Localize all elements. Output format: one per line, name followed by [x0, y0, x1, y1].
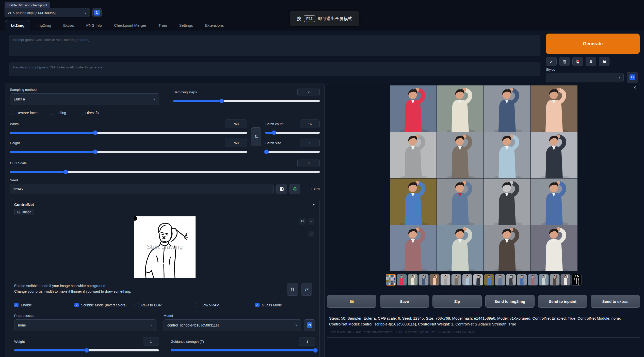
apply-style-button[interactable]	[586, 57, 596, 66]
gallery-thumbnail[interactable]	[462, 274, 472, 286]
guess-mode-checkbox[interactable]: ✓Guess Mode	[255, 303, 315, 307]
enable-checkbox[interactable]: ✓Enable	[14, 303, 74, 307]
model-dropdown[interactable]: control_scribble-fp16 [c508311e] ∨	[164, 319, 301, 331]
gallery-thumbnail[interactable]	[528, 274, 538, 286]
weight-value[interactable]: 1	[143, 337, 159, 346]
gallery-thumbnail[interactable]	[451, 274, 461, 286]
gallery-thumbnail[interactable]	[440, 274, 450, 286]
random-seed-button[interactable]	[276, 184, 287, 194]
send-to-inpaint-button[interactable]: Send to inpaint	[538, 295, 587, 308]
gallery-thumbnail[interactable]	[506, 274, 516, 286]
tab-extras[interactable]: Extras	[57, 20, 80, 31]
checkpoint-refresh-button[interactable]: ↻	[92, 8, 102, 17]
batch-size-value[interactable]: 1	[300, 139, 320, 147]
swap-width-height-button[interactable]: ⇅	[251, 127, 261, 146]
generate-button[interactable]: Generate	[546, 34, 640, 54]
zip-button[interactable]: Zip	[432, 295, 482, 308]
paste-params-button[interactable]: ↙	[546, 57, 557, 66]
gallery-thumbnail[interactable]	[418, 274, 429, 286]
scribble-mode-checkbox[interactable]: ✓Scribble Mode (Invert colors)	[74, 303, 135, 307]
cfg-scale-value[interactable]: 6	[297, 159, 320, 167]
gallery-thumbnail[interactable]	[550, 274, 560, 286]
sampling-steps-slider[interactable]	[173, 99, 320, 103]
tab-txt2img[interactable]: txt2img	[5, 20, 30, 31]
scribble-drawing-canvas[interactable]: Start drawing	[134, 216, 196, 278]
clear-prompt-button[interactable]	[559, 57, 570, 66]
batch-size-slider[interactable]	[265, 150, 320, 154]
height-slider[interactable]	[10, 150, 247, 154]
gallery-image[interactable]	[484, 85, 530, 132]
clear-image-button[interactable]	[287, 283, 298, 296]
collapse-caret-icon[interactable]: ▼	[312, 203, 315, 206]
restore-faces-checkbox[interactable]: Restore faces	[10, 111, 38, 115]
batch-count-value[interactable]: 16	[300, 120, 320, 128]
gallery-thumbnail[interactable]	[517, 274, 527, 286]
gallery-image[interactable]	[484, 132, 530, 178]
gallery-image[interactable]	[484, 225, 530, 271]
width-slider[interactable]	[10, 130, 247, 135]
gallery-image[interactable]	[437, 85, 484, 132]
gallery-image[interactable]	[531, 85, 577, 132]
gallery-thumbnail[interactable]	[484, 274, 494, 286]
cfg-scale-slider[interactable]	[10, 170, 320, 174]
tab-checkpoint-merger[interactable]: Checkpoint Merger	[108, 20, 152, 31]
weight-slider[interactable]	[14, 348, 159, 353]
gallery-thumbnail[interactable]	[397, 274, 407, 286]
gallery-image[interactable]	[484, 178, 530, 225]
gallery-thumbnail[interactable]	[429, 274, 440, 286]
send-to-img2img-button[interactable]: Send to img2img	[485, 295, 535, 308]
gallery-thumbnail-scribble[interactable]	[571, 274, 582, 286]
tab-png-info[interactable]: PNG Info	[80, 20, 108, 31]
gallery-image[interactable]	[390, 132, 437, 178]
tab-settings[interactable]: Settings	[173, 20, 199, 31]
gallery-thumbnail[interactable]	[560, 274, 571, 286]
send-to-extras-button[interactable]: Send to extras	[591, 295, 640, 308]
sampling-steps-value[interactable]: 50	[297, 88, 320, 96]
sampling-method-dropdown[interactable]: Euler a ∨	[10, 93, 159, 105]
controlnet-image-tab[interactable]: Image	[14, 209, 34, 215]
swap-image-button[interactable]: ⇄	[301, 283, 312, 296]
gallery-thumbnail[interactable]	[495, 274, 505, 286]
seed-input[interactable]: 12345	[10, 184, 274, 194]
width-value[interactable]: 768	[225, 120, 247, 128]
clear-canvas-button[interactable]: ×	[308, 218, 314, 225]
checkpoint-dropdown[interactable]: v1-5-pruned.ckpt [e1441589a6] ∨	[5, 8, 90, 17]
gallery-image[interactable]	[437, 178, 484, 225]
gallery-image[interactable]	[531, 132, 577, 178]
guidance-strength-slider[interactable]	[171, 348, 315, 353]
brush-button[interactable]	[308, 231, 314, 237]
extra-networks-button[interactable]	[572, 57, 583, 66]
save-button[interactable]: Save	[380, 295, 429, 308]
batch-count-slider[interactable]	[265, 130, 320, 135]
gallery-image[interactable]	[390, 178, 437, 225]
prompt-input[interactable]: Prompt (press Ctrl+Enter or Alt+Enter to…	[9, 35, 540, 56]
tiling-checkbox[interactable]: Tiling	[51, 111, 66, 115]
guidance-strength-value[interactable]: 1	[299, 337, 315, 346]
extra-seed-checkbox[interactable]: Extra	[305, 187, 320, 191]
gallery-image[interactable]	[531, 178, 577, 225]
gallery-thumbnail[interactable]	[539, 274, 549, 286]
gallery-thumbnail-grid[interactable]	[386, 274, 396, 286]
open-folder-button[interactable]	[327, 295, 376, 308]
tab-extensions[interactable]: Extensions	[199, 20, 230, 31]
styles-refresh-button[interactable]: ↻	[627, 72, 638, 83]
undo-button[interactable]: ↺	[299, 218, 306, 225]
model-refresh-button[interactable]: ↻	[304, 319, 315, 331]
gallery-thumbnail[interactable]	[408, 274, 418, 286]
gallery-thumbnail[interactable]	[473, 274, 483, 286]
low-vram-checkbox[interactable]: Low VRAM	[195, 303, 255, 307]
rgb-to-bgr-checkbox[interactable]: RGB to BGR	[135, 303, 195, 307]
close-icon[interactable]: ×	[633, 85, 636, 90]
gallery-image[interactable]	[390, 225, 437, 271]
gallery-image[interactable]	[390, 85, 437, 132]
tab-img2img[interactable]: img2img	[31, 20, 57, 31]
negative-prompt-input[interactable]: Negative prompt (press Ctrl+Enter or Alt…	[9, 63, 540, 76]
hires-fix-checkbox[interactable]: Hires. fix	[79, 111, 99, 115]
height-value[interactable]: 768	[225, 139, 247, 147]
gallery-image[interactable]	[437, 225, 484, 271]
save-style-button[interactable]	[599, 57, 609, 66]
gallery-image[interactable]	[437, 132, 484, 178]
reuse-seed-button[interactable]: ♻	[289, 184, 300, 194]
tab-train[interactable]: Train	[153, 20, 173, 31]
preprocessor-dropdown[interactable]: none ∨	[14, 319, 156, 331]
